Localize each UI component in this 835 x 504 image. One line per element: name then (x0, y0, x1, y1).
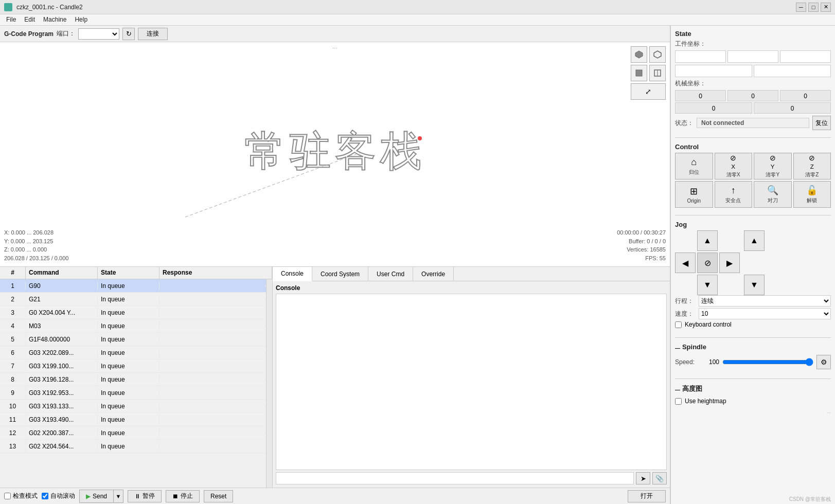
spindle-toggle[interactable]: ─ (675, 344, 680, 352)
app-body: G-Code Program 端口： ↻ 连接 ··· (0, 26, 835, 504)
ctrl-zero-x-button[interactable]: ⊘X 清零X (715, 153, 753, 179)
maximize-button[interactable]: □ (808, 3, 819, 12)
cell-state: In queue (98, 402, 159, 411)
ctrl-unlock-button[interactable]: 🔓 解锁 (793, 181, 831, 208)
table-row[interactable]: 8 G03 X196.128... In queue (0, 373, 266, 386)
cell-num: 9 (0, 388, 26, 398)
feed-select[interactable]: 连续 (699, 295, 831, 307)
auto-scroll-label[interactable]: 自动滚动 (42, 492, 75, 500)
reset-button[interactable]: Reset (204, 490, 233, 502)
use-heightmap-checkbox[interactable] (675, 398, 682, 405)
viz-btn-view-side[interactable] (649, 65, 666, 81)
connect-button[interactable]: 连接 (138, 28, 168, 40)
spindle-title: Spindle (682, 343, 706, 351)
cell-cmd: G90 (26, 281, 98, 291)
check-mode-checkbox[interactable] (4, 493, 11, 499)
cell-resp (159, 405, 266, 407)
console-input-row: ➤ 📎 (276, 472, 667, 484)
table-scrollbar[interactable] (266, 279, 272, 488)
send-dropdown-button[interactable]: ▼ (114, 490, 123, 502)
ctrl-tool-set-button[interactable]: 🔍 对刀 (754, 181, 792, 208)
auto-scroll-checkbox[interactable] (42, 493, 48, 499)
console-attach-button[interactable]: 📎 (652, 472, 667, 484)
ctrl-origin-button[interactable]: ⊞ Origin (675, 181, 713, 208)
keyboard-control-checkbox[interactable] (675, 321, 682, 328)
table-row[interactable]: 6 G03 X202.089... In queue (0, 346, 266, 359)
close-button[interactable]: ✕ (821, 3, 831, 12)
app-title: czkz_0001.nc - Candle2 (16, 4, 83, 11)
use-heightmap-row: Use heightmap (675, 398, 831, 405)
jog-z-down-button[interactable]: ▼ (744, 275, 765, 295)
jog-z-up-button[interactable]: ▲ (744, 230, 765, 251)
table-row[interactable]: 4 M03 In queue (0, 319, 266, 333)
title-bar: czkz_0001.nc - Candle2 ─ □ ✕ (0, 0, 835, 14)
control-title: Control (675, 143, 831, 151)
table-row[interactable]: 1 G90 In queue (0, 279, 266, 293)
spindle-gear-button[interactable]: ⚙ (816, 355, 831, 369)
minimize-button[interactable]: ─ (796, 3, 806, 12)
jog-up-button[interactable]: ▲ (697, 230, 718, 251)
tab-user-cmd[interactable]: User Cmd (368, 267, 413, 281)
stop-button[interactable]: ⏹ 停止 (166, 490, 200, 502)
jog-down-button[interactable]: ▼ (697, 275, 718, 295)
ctrl-zero-z-button[interactable]: ⊘Z 清零Z (793, 153, 831, 179)
menu-file[interactable]: File (2, 15, 20, 24)
viz-btn-cube-solid[interactable] (631, 46, 647, 63)
table-row[interactable]: 12 G02 X200.387... In queue (0, 426, 266, 440)
col-header-resp: Response (159, 267, 272, 279)
menu-edit[interactable]: Edit (20, 15, 39, 24)
ctrl-home-button[interactable]: ⌂ 归位 (675, 153, 713, 179)
table-row[interactable]: 2 G21 In queue (0, 293, 266, 306)
pause-button[interactable]: ⏸ 暂停 (128, 490, 162, 502)
spindle-speed-slider[interactable] (722, 358, 813, 366)
reset-pos-button[interactable]: 复位 (812, 116, 831, 130)
console-send-button[interactable]: ➤ (636, 472, 650, 484)
coord-z: Z: 0.000 ... 0.000 (4, 245, 68, 254)
console-input[interactable] (276, 472, 634, 484)
work-coord-b[interactable] (754, 65, 831, 77)
open-button[interactable]: 打开 (628, 490, 666, 502)
menu-help[interactable]: Help (70, 15, 92, 24)
cell-num: 10 (0, 402, 26, 411)
zero-y-icon: ⊘Y (770, 154, 776, 170)
cell-cmd: M03 (26, 321, 98, 331)
stop-icon: ⏹ (172, 493, 179, 500)
jog-title: Jog (675, 221, 831, 228)
refresh-button[interactable]: ↻ (122, 28, 135, 40)
check-mode-label[interactable]: 检查模式 (4, 492, 38, 500)
speed-select[interactable]: 10 (699, 308, 831, 319)
work-coord-x[interactable] (675, 50, 726, 63)
send-button[interactable]: ▶ Send (80, 490, 114, 502)
port-select[interactable] (78, 28, 119, 40)
table-row[interactable]: 9 G03 X192.953... In queue (0, 386, 266, 400)
heightmap-toggle[interactable]: ─ (675, 386, 680, 394)
table-row[interactable]: 7 G03 X199.100... In queue (0, 359, 266, 373)
port-label: 端口： (57, 29, 75, 38)
cell-num: 1 (0, 281, 26, 291)
work-coord-y[interactable] (727, 50, 778, 63)
tab-console[interactable]: Console (273, 267, 312, 281)
keyboard-row: Keyboard control (675, 321, 831, 328)
jog-left-button[interactable]: ◀ (675, 253, 696, 273)
tab-coord-system[interactable]: Coord System (312, 267, 368, 281)
ctrl-safe-point-button[interactable]: ↑ 安全点 (715, 181, 753, 208)
tab-override[interactable]: Override (413, 267, 454, 281)
heightmap-title: 高度图 (682, 384, 702, 393)
table-row[interactable]: 3 G0 X204.004 Y... In queue (0, 306, 266, 319)
viz-dots: ··· (332, 44, 337, 51)
viz-btn-fullscreen[interactable]: ⤢ (631, 83, 666, 100)
cell-num: 13 (0, 442, 26, 451)
jog-right-button[interactable]: ▶ (719, 253, 740, 273)
viz-btn-cube-outline[interactable] (649, 46, 666, 63)
viz-btn-view-top[interactable] (631, 65, 647, 81)
ctrl-zero-y-button[interactable]: ⊘Y 清零Y (754, 153, 792, 179)
table-row[interactable]: 11 G03 X193.490... In queue (0, 413, 266, 426)
machine-val-a: 0 (675, 102, 752, 114)
work-coord-z[interactable] (780, 50, 831, 63)
table-row[interactable]: 13 G02 X204.564... In queue (0, 440, 266, 453)
menu-machine[interactable]: Machine (39, 15, 70, 24)
cell-state: In queue (98, 335, 159, 344)
work-coord-a[interactable] (675, 65, 752, 77)
table-row[interactable]: 10 G03 X193.133... In queue (0, 400, 266, 413)
table-row[interactable]: 5 G1F48.000000 In queue (0, 333, 266, 346)
